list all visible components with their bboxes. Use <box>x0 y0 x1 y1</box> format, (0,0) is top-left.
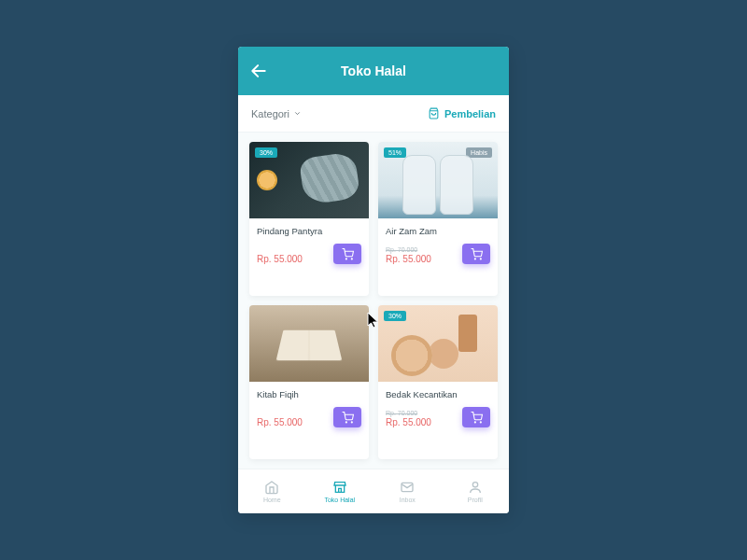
product-card[interactable]: 30% Pindang Pantyra Rp. 55.000 <box>249 142 369 296</box>
bottom-nav: Home Toko Halal Inbox Profil <box>238 469 509 513</box>
product-image: 30% <box>249 142 369 218</box>
svg-point-2 <box>351 258 352 259</box>
product-price: Rp. 55.000 <box>386 417 431 427</box>
product-price: Rp. 55.000 <box>257 254 303 264</box>
tab-home[interactable]: Home <box>238 469 306 513</box>
product-image <box>249 305 369 382</box>
shopping-bag-icon <box>428 107 440 119</box>
product-old-price: Rp. 70.000 <box>386 246 431 253</box>
cart-icon <box>342 412 354 424</box>
tab-label: Home <box>263 497 281 503</box>
user-icon <box>468 480 483 495</box>
tab-toko-halal[interactable]: Toko Halal <box>306 469 374 513</box>
add-to-cart-button[interactable] <box>462 407 490 427</box>
svg-point-8 <box>480 421 481 422</box>
product-image: 51% Habis <box>378 142 498 218</box>
home-icon <box>264 480 279 495</box>
product-old-price: Rp. 70.000 <box>386 410 431 416</box>
discount-badge: 51% <box>384 147 406 158</box>
tab-inbox[interactable]: Inbox <box>374 469 442 513</box>
product-card[interactable]: 51% Habis Air Zam Zam Rp. 70.000 Rp. 55.… <box>378 142 498 296</box>
kategori-dropdown[interactable]: Kategori <box>251 108 302 119</box>
mail-icon <box>400 480 415 495</box>
discount-badge: 30% <box>384 311 406 321</box>
tab-label: Profil <box>468 497 483 503</box>
chevron-down-icon <box>293 109 302 118</box>
add-to-cart-button[interactable] <box>462 244 490 264</box>
cart-icon <box>471 412 483 424</box>
tab-profil[interactable]: Profil <box>442 469 510 513</box>
app-frame: Toko Halal Kategori Pembelian 30% Pindan… <box>238 47 509 513</box>
product-name: Kitab Fiqih <box>257 389 361 399</box>
product-image: 30% <box>378 305 498 382</box>
pembelian-button[interactable]: Pembelian <box>428 107 496 119</box>
filter-bar: Kategori Pembelian <box>238 95 509 133</box>
cart-icon <box>342 248 354 260</box>
soldout-badge: Habis <box>466 147 492 158</box>
product-price: Rp. 55.000 <box>257 417 303 427</box>
product-card[interactable]: Kitab Fiqih Rp. 55.000 <box>249 305 369 459</box>
add-to-cart-button[interactable] <box>333 244 361 264</box>
add-to-cart-button[interactable] <box>333 407 361 427</box>
product-name: Pindang Pantyra <box>257 226 361 236</box>
svg-point-3 <box>474 258 475 259</box>
product-name: Bedak Kecantikan <box>386 389 490 399</box>
svg-point-7 <box>474 421 475 422</box>
top-bar: Toko Halal <box>238 47 509 95</box>
product-price: Rp. 55.000 <box>386 254 431 264</box>
cart-icon <box>471 248 483 260</box>
discount-badge: 30% <box>255 147 277 158</box>
product-grid: 30% Pindang Pantyra Rp. 55.000 51% Habis <box>238 133 509 469</box>
pembelian-label: Pembelian <box>444 108 496 119</box>
product-name: Air Zam Zam <box>386 226 490 236</box>
svg-point-10 <box>472 483 477 487</box>
tab-label: Inbox <box>400 497 416 503</box>
svg-point-4 <box>480 258 481 259</box>
kategori-label: Kategori <box>251 108 289 119</box>
arrow-left-icon <box>249 62 268 80</box>
product-card[interactable]: 30% Bedak Kecantikan Rp. 70.000 Rp. 55.0… <box>378 305 498 459</box>
svg-point-6 <box>351 421 352 422</box>
svg-point-5 <box>345 421 346 422</box>
tab-label: Toko Halal <box>324 497 355 503</box>
store-icon <box>332 480 347 495</box>
svg-point-1 <box>345 258 346 259</box>
back-button[interactable] <box>238 50 279 91</box>
